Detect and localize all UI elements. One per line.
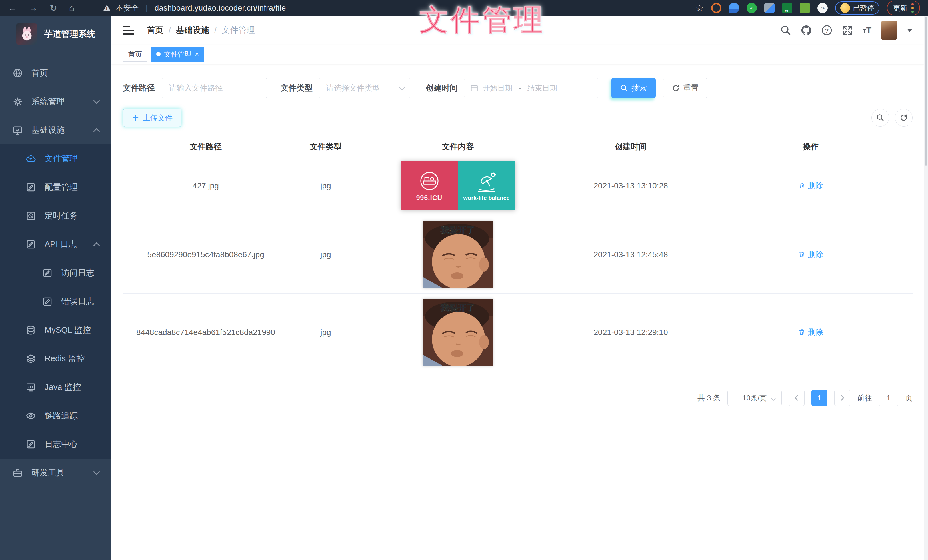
bed-crest-icon [418,170,440,192]
browser-back-icon[interactable]: ← [8,3,17,13]
next-page-button[interactable] [834,390,850,406]
file-preview-996icu[interactable]: 996.ICU work-life balance [401,161,515,210]
infrastructure-icon [12,125,23,135]
sidebar-item-log-center[interactable]: 日志中心 [0,430,111,459]
fullscreen-icon[interactable] [842,25,853,36]
sidebar-item-redis-monitor[interactable]: Redis 监控 [0,344,111,373]
scrollbar-thumb[interactable] [925,17,927,166]
meme-caption: 我裂开了 [440,225,475,235]
font-size-icon[interactable]: TT [862,26,872,35]
refresh-icon [900,114,908,122]
sidebar-item-scheduled-jobs[interactable]: 定时任务 [0,202,111,230]
sidebar-item-system[interactable]: 系统管理 [0,87,111,116]
user-avatar[interactable] [881,21,897,40]
browser-reload-icon[interactable]: ↻ [50,3,57,14]
browser-forward-icon[interactable]: → [29,3,38,13]
breadcrumb-current: 文件管理 [222,24,255,36]
delete-button[interactable]: 删除 [798,249,823,260]
file-path-input[interactable] [162,78,267,98]
breadcrumb-section[interactable]: 基础设施 [176,24,209,36]
update-label: 更新 [893,3,907,13]
banner-left-text: 996.ICU [416,194,442,202]
upload-file-button[interactable]: 上传文件 [123,108,182,127]
cell-actions: 删除 [708,181,913,191]
col-header-actions: 操作 [708,142,913,152]
navbar-actions: TT [780,21,913,40]
page-size-select[interactable] [727,390,782,406]
hide-search-button[interactable] [872,109,889,126]
app-logo-row[interactable]: 芋道管理系统 [0,16,111,52]
browser-menu-kebab-icon[interactable] [911,3,914,13]
insecure-warning-icon [103,5,111,11]
extensions-puzzle-icon[interactable]: ⤳ [817,3,828,13]
sidebar-item-dev-tools[interactable]: 研发工具 [0,459,111,487]
search-icon[interactable] [780,25,791,36]
extension-on-badge[interactable]: on [782,3,792,13]
breadcrumb: 首页 / 基础设施 / 文件管理 [147,24,255,36]
prev-page-button[interactable] [789,390,804,406]
tag-label: 文件管理 [164,50,191,59]
user-menu-caret-icon[interactable] [907,29,913,32]
page-size-value[interactable] [727,390,782,406]
page-scrollbar[interactable] [924,16,928,560]
delete-button[interactable]: 删除 [798,327,823,337]
file-type-select[interactable] [319,78,410,98]
tag-home[interactable]: 首页 [123,47,147,62]
tag-file-manage[interactable]: 文件管理 × [151,47,204,62]
reset-button[interactable]: 重置 [663,78,707,98]
sidebar: 芋道管理系统 首页 系统管理 基础设施 文件管理 配置管理 [0,16,111,560]
close-icon[interactable]: × [195,51,199,58]
end-date-placeholder[interactable]: 结束日期 [527,83,557,93]
sidebar-toggle-icon[interactable] [123,26,134,35]
file-preview-meme[interactable]: 我裂开了 [423,299,493,366]
app-title: 芋道管理系统 [44,28,95,40]
delete-label: 删除 [808,249,823,260]
browser-update-button[interactable]: 更新 [887,1,920,15]
sidebar-item-home[interactable]: 首页 [0,59,111,87]
extension-orange-icon[interactable] [711,3,722,13]
create-time-label: 创建时间 [426,82,458,93]
profile-chip[interactable]: 已暂停 [835,2,879,15]
pagination: 共 3 条 1 前往 页 [123,390,913,406]
sidebar-item-config-manage[interactable]: 配置管理 [0,173,111,202]
github-icon[interactable] [801,25,812,36]
filter-form: 文件路径 文件类型 创建时间 开始日期 - 结束日期 搜索 重置 [123,78,913,98]
breadcrumb-home[interactable]: 首页 [147,24,163,36]
sidebar-item-mysql-monitor[interactable]: MySQL 监控 [0,316,111,344]
bookmark-star-icon[interactable]: ☆ [695,3,704,14]
page-number-current[interactable]: 1 [811,390,827,406]
file-type-select-input[interactable] [319,78,410,98]
refresh-table-button[interactable] [895,109,913,126]
extension-pin-icon[interactable] [729,3,739,13]
extension-leaf-icon[interactable] [800,3,810,13]
sidebar-item-file-manage[interactable]: 文件管理 [0,145,111,173]
sidebar-item-java-monitor[interactable]: Java 监控 [0,373,111,402]
log-icon [42,268,53,278]
help-icon[interactable] [821,25,832,36]
sidebar-item-error-log[interactable]: 错误日志 [0,287,111,316]
extension-green-check-icon[interactable]: ✓ [746,3,757,13]
file-preview-meme[interactable]: 我裂开了 [423,221,493,288]
url-text[interactable]: dashboard.yudao.iocoder.cn/infra/file [154,4,286,12]
browser-home-icon[interactable]: ⌂ [69,3,75,13]
sidebar-item-api-log[interactable]: API 日志 [0,230,111,259]
extension-grid-icon[interactable] [764,3,775,13]
sidebar-item-access-log[interactable]: 访问日志 [0,259,111,287]
address-bar[interactable]: 不安全 | dashboard.yudao.iocoder.cn/infra/f… [103,3,286,13]
delete-button[interactable]: 删除 [798,181,823,191]
goto-page-input[interactable] [879,390,898,406]
date-range-picker[interactable]: 开始日期 - 结束日期 [464,78,598,98]
log-icon [26,439,36,449]
search-button[interactable]: 搜索 [611,78,656,98]
start-date-placeholder[interactable]: 开始日期 [482,83,512,93]
col-header-type: 文件类型 [288,142,363,152]
sidebar-item-label: 研发工具 [31,467,64,479]
meme-caption: 我裂开了 [440,303,475,312]
sidebar-submenu-infra: 文件管理 配置管理 定时任务 API 日志 访问日志 错误日志 [0,145,111,459]
sidebar-item-tracing[interactable]: 链路追踪 [0,402,111,430]
sidebar-item-infra[interactable]: 基础设施 [0,116,111,145]
table-header-row: 文件路径 文件类型 文件内容 创建时间 操作 [123,137,913,156]
security-label[interactable]: 不安全 [116,3,139,13]
breadcrumb-separator: / [214,26,217,35]
banner-left-panel: 996.ICU [401,161,458,210]
